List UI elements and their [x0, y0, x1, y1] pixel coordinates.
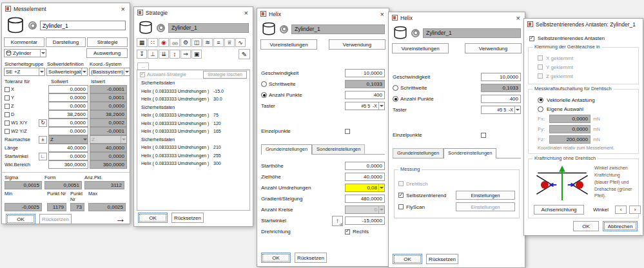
- cylinder-section-icon[interactable]: ◫: [191, 38, 202, 47]
- anzahl-punkte-radio[interactable]: [393, 96, 398, 102]
- next-arrow-button[interactable]: →: [115, 215, 126, 224]
- verwendung-button[interactable]: Verwendung: [465, 43, 522, 53]
- tab-grundeinstellungen[interactable]: Grundeinstellungen: [393, 148, 444, 158]
- sollwert-field[interactable]: 0,0000: [48, 152, 88, 160]
- verwendung-button[interactable]: Verwendung: [329, 39, 385, 50]
- raumachse-dropdown[interactable]: Z: [48, 135, 88, 144]
- element-name-input[interactable]: [40, 21, 126, 30]
- list-item[interactable]: Helix ( 0.0833333 Umdrehungen )255: [137, 152, 249, 160]
- probe-cnc-icon[interactable]: ⇒: [181, 50, 191, 59]
- einzelpunkte-checkbox[interactable]: [345, 129, 350, 134]
- probe-base-icon[interactable]: ⊥: [148, 50, 158, 59]
- tolerance-checkbox[interactable]: [5, 129, 10, 134]
- ok-button[interactable]: OK: [261, 253, 291, 263]
- abbrechen-button[interactable]: Abbrechen: [603, 221, 638, 231]
- kommentar-button[interactable]: Kommentar: [4, 37, 44, 47]
- probe-single-icon[interactable]: ↧: [137, 50, 147, 59]
- sollwert-field[interactable]: 40,0000: [48, 144, 88, 152]
- geschwindigkeit-field[interactable]: 10,0000: [481, 73, 521, 81]
- plus-minus-icon[interactable]: ±: [39, 136, 47, 144]
- tab-grundeinstellungen[interactable]: Grundeinstellungen: [261, 144, 312, 155]
- gradient-field[interactable]: 480,0000: [345, 195, 385, 203]
- koordsystem-dropdown[interactable]: (Basissystem): [89, 68, 130, 76]
- list-item[interactable]: Helix ( 0.0833333 Umdrehungen )30.0: [137, 95, 249, 104]
- circle-path-icon[interactable]: ◉: [159, 38, 169, 47]
- selbstzentrierend-einstellungen-button[interactable]: Einstellungen: [456, 191, 515, 200]
- titlebar[interactable]: Selbstzentrierendes Antasten: Zylinder_1: [524, 19, 643, 30]
- list-item[interactable]: Helix ( 0.0833333 Umdrehungen )300: [137, 160, 249, 168]
- tolerance-checkbox[interactable]: [5, 120, 10, 126]
- reset-button[interactable]: Rücksetzen: [171, 213, 204, 223]
- anzahl-punkte-field[interactable]: 400: [481, 95, 521, 103]
- axis-direction-button[interactable]: ↑ -z: [332, 216, 343, 226]
- winkel-decrease-button[interactable]: ‹: [615, 206, 627, 214]
- titlebar[interactable]: Helix ×: [389, 12, 525, 23]
- startwinkel-field[interactable]: -15,0000: [345, 216, 385, 225]
- close-icon[interactable]: ×: [120, 6, 126, 12]
- rechts-checkbox[interactable]: [345, 229, 350, 235]
- list-item[interactable]: Helix ( 0.0833333 Umdrehungen )210: [137, 144, 249, 152]
- element-type-dropdown[interactable]: Zylinder: [4, 49, 46, 57]
- reset-button[interactable]: Rücksetzen: [39, 214, 72, 224]
- close-icon[interactable]: ×: [379, 11, 385, 17]
- anzahl-punkte-radio[interactable]: [261, 92, 267, 98]
- point-matrix-icon[interactable]: ▦: [137, 38, 147, 47]
- list-item[interactable]: Sicherheitsdaten: [137, 79, 249, 88]
- angle-icon[interactable]: ∟: [39, 153, 47, 160]
- winkel-increase-button[interactable]: ›: [629, 206, 641, 214]
- selbstzentrierend-checkbox[interactable]: [398, 193, 404, 198]
- schrittweite-radio[interactable]: [393, 85, 398, 91]
- list-item[interactable]: Helix ( 0.0833333 Umdrehungen )120: [137, 120, 249, 128]
- gear-circle-icon[interactable]: ⚙: [181, 38, 191, 47]
- titlebar[interactable]: Messelement ×: [2, 3, 130, 14]
- sollwert-field[interactable]: 0,0000: [48, 93, 88, 102]
- sicherheitsgruppe-dropdown[interactable]: SE +Z: [4, 68, 45, 76]
- tab-sondereinstellungen[interactable]: Sondereinstellungen: [444, 148, 496, 158]
- strategie-button[interactable]: Strategie: [87, 37, 128, 47]
- achsenrichtung-button[interactable]: Achsenrichtung: [534, 205, 584, 215]
- circle-pair-icon[interactable]: ◎◎: [170, 38, 180, 47]
- list-item[interactable]: Sicherheitsdaten: [137, 104, 249, 112]
- close-icon[interactable]: ×: [243, 10, 249, 16]
- sollwert-field[interactable]: 0,0000: [48, 119, 88, 127]
- starthoehe-field[interactable]: 0,0000: [345, 162, 385, 170]
- probe-updown-icon[interactable]: ↨: [170, 50, 180, 59]
- sollwert-field[interactable]: 0,0000: [48, 102, 88, 110]
- list-item[interactable]: Sicherheitsdaten: [137, 136, 249, 144]
- strategie-loeschen-button[interactable]: Strategie löschen: [203, 71, 247, 79]
- titlebar[interactable]: Strategie ×: [134, 7, 253, 18]
- list-item[interactable]: Helix ( 0.0833333 Umdrehungen )165: [137, 128, 249, 136]
- reset-button[interactable]: Rücksetzen: [426, 254, 458, 264]
- strategy-mini-tab[interactable]: ⋯: [137, 62, 149, 70]
- eigene-auswahl-radio[interactable]: [538, 106, 543, 112]
- sollwert-field[interactable]: 0,0000: [48, 85, 88, 93]
- tab-sondereinstellungen[interactable]: Sondereinstellungen: [312, 144, 365, 154]
- sollwert-field[interactable]: 0,0000: [48, 127, 88, 135]
- sollwert-field[interactable]: 38,2600: [48, 110, 88, 119]
- ok-button[interactable]: OK: [138, 213, 168, 223]
- anzahl-umdrehungen-dropdown[interactable]: 0,08: [345, 184, 385, 192]
- auswertung-button[interactable]: Auswertung: [86, 48, 128, 58]
- reset-button[interactable]: Rücksetzen: [295, 253, 327, 263]
- taster-dropdown[interactable]: #5 5_-X: [345, 102, 385, 110]
- voreinstellungen-button[interactable]: Voreinstellungen: [392, 43, 449, 53]
- ok-button[interactable]: OK: [6, 214, 35, 224]
- edit-pencil-icon[interactable]: ✎: [239, 49, 250, 59]
- taster-dropdown[interactable]: #5 5_-X: [481, 106, 521, 114]
- schrittweite-radio[interactable]: [261, 81, 267, 87]
- voreinstellungen-button[interactable]: Voreinstellungen: [260, 39, 317, 50]
- cube-icon[interactable]: ▣: [191, 50, 202, 59]
- tolerance-checkbox[interactable]: [5, 104, 10, 109]
- list-icon[interactable]: ≡: [213, 38, 224, 47]
- selbstzentrierendes-antasten-checkbox[interactable]: [529, 36, 534, 41]
- vektorielle-antastung-radio[interactable]: [538, 97, 543, 103]
- einzelpunkte-checkbox[interactable]: [481, 133, 486, 138]
- rotate-icon[interactable]: ↻: [39, 119, 47, 127]
- list-item[interactable]: Helix ( 0.0833333 Umdrehungen )-15.0: [137, 88, 249, 96]
- auswahl-strategie-checkbox[interactable]: [140, 72, 145, 77]
- list-item[interactable]: Helix ( 0.0833333 Umdrehungen )75: [137, 111, 249, 120]
- titlebar[interactable]: Helix ×: [257, 8, 389, 19]
- stacked-rings-icon[interactable]: ≋: [202, 38, 213, 47]
- crown-icon[interactable]: ♕: [224, 38, 235, 47]
- tolerance-checkbox[interactable]: [5, 95, 10, 100]
